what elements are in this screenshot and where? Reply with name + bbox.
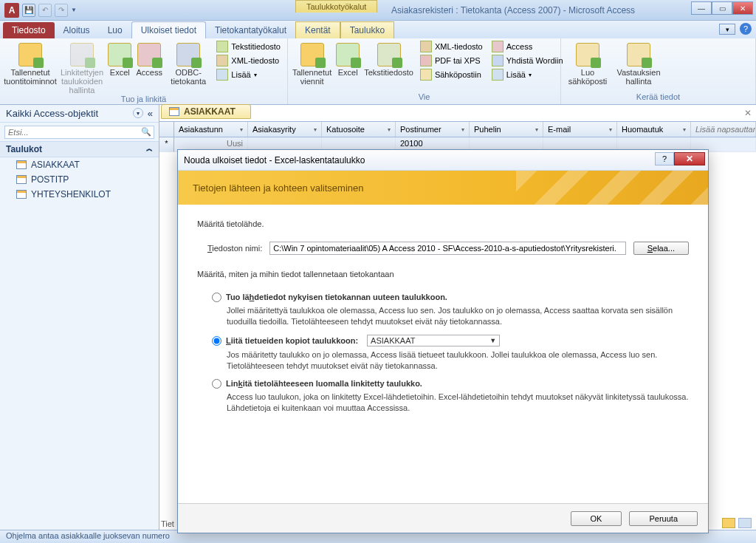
app-title: Asiakasrekisteri : Tietokanta (Access 20… <box>391 0 635 21</box>
chevron-down-icon: ▼ <box>489 337 496 344</box>
radio-append-label: Liitä tietueiden kopiot taulukkoon: <box>226 336 358 345</box>
view-design-icon[interactable] <box>738 518 752 528</box>
qat-dropdown-icon[interactable]: ▼ <box>71 7 77 13</box>
record-nav[interactable]: Tiet <box>161 519 174 528</box>
import-xml-button[interactable]: XML-tiedosto <box>214 54 283 67</box>
export-xml-button[interactable]: XML-tiedosto <box>418 40 485 53</box>
nav-group-tables[interactable]: Taulukot︽ <box>0 141 159 157</box>
import-more-button[interactable]: Lisää ▾ <box>214 68 283 81</box>
col-huomautuk[interactable]: Huomautuk▾ <box>617 122 691 137</box>
nav-table-yhteyshenkilot[interactable]: YHTEYSHENKILOT <box>0 187 159 202</box>
dialog-footer: OK Peruuta <box>178 503 708 533</box>
saved-exports-button[interactable]: Tallennetut viennit <box>292 40 331 86</box>
title-bar: A 💾 ↶ ↷ ▼ Taulukkotyökalut Asiakasrekist… <box>0 0 756 21</box>
export-email-button[interactable]: Sähköpostiin <box>418 68 485 81</box>
dialog-close-button[interactable]: ✕ <box>674 152 705 165</box>
quick-access-toolbar: A 💾 ↶ ↷ ▼ <box>0 3 81 18</box>
export-access-button[interactable]: Access <box>489 40 566 53</box>
object-tab-asiakkaat[interactable]: ASIAKKAAT <box>161 104 251 119</box>
nav-dropdown-icon[interactable]: ▾ <box>133 108 143 118</box>
access-app-icon[interactable]: A <box>4 3 19 18</box>
browse-button[interactable]: Selaa... <box>633 242 689 255</box>
dialog-help-button[interactable]: ? <box>655 152 674 165</box>
tab-home[interactable]: Aloitus <box>55 22 99 38</box>
file-path-input[interactable] <box>269 242 626 255</box>
window-controls: — ▭ ✕ <box>691 1 753 15</box>
specify-source-label: Määritä tietolähde. <box>197 219 689 228</box>
col-katuosoite[interactable]: Katuosoite▾ <box>322 122 396 137</box>
close-button[interactable]: ✕ <box>732 1 753 15</box>
radio-import-new[interactable] <box>212 293 221 302</box>
ribbon-minimize-icon[interactable]: ▾ <box>719 24 735 35</box>
table-icon <box>16 190 27 199</box>
minimize-button[interactable]: — <box>691 1 712 15</box>
col-email[interactable]: E-mail▾ <box>543 122 617 137</box>
help-icon[interactable]: ? <box>740 23 752 35</box>
table-icon <box>16 160 27 169</box>
create-email-button[interactable]: Luo sähköposti <box>566 40 610 86</box>
tab-create[interactable]: Luo <box>99 22 131 38</box>
import-excel-button[interactable]: Excel <box>108 40 131 77</box>
group-export-label: Vie <box>292 92 556 103</box>
tab-external-data[interactable]: Ulkoiset tiedot <box>131 21 206 38</box>
col-asiakastunn[interactable]: Asiakastunn▾ <box>174 122 248 137</box>
append-table-combo[interactable]: ASIAKKAAT▼ <box>367 335 500 346</box>
status-text: Ohjelma antaa asiakkaalle juoksevan nume… <box>6 531 170 542</box>
nav-search-input[interactable] <box>4 126 154 139</box>
close-object-icon[interactable]: ✕ <box>744 108 752 118</box>
save-qat-icon[interactable]: 💾 <box>22 4 35 17</box>
dialog-title-bar: Nouda ulkoiset tiedot - Excel-laskentata… <box>178 150 708 171</box>
opt2-description: Jos määritetty taulukko on jo olemassa, … <box>227 349 689 372</box>
redo-qat-icon[interactable]: ↷ <box>55 4 68 17</box>
saved-imports-button[interactable]: Tallennetut tuontitoiminnot <box>4 40 56 86</box>
opt3-description: Access luo taulukon, joka on linkitetty … <box>227 392 689 414</box>
nav-table-asiakkaat[interactable]: ASIAKKAAT <box>0 157 159 172</box>
col-add-new[interactable]: Lisää napsauttamalla <box>691 122 756 137</box>
radio-append[interactable] <box>212 336 221 346</box>
nav-search: 🔍 <box>4 125 154 139</box>
row-selector[interactable]: * <box>159 137 174 152</box>
table-icon <box>169 107 179 116</box>
navigation-pane: Kaikki Access-objektit ▾« 🔍 Taulukot︽ AS… <box>0 105 159 530</box>
ok-button[interactable]: OK <box>571 511 622 526</box>
col-postinumer[interactable]: Postinumer▾ <box>396 122 470 137</box>
col-puhelin[interactable]: Puhelin▾ <box>470 122 543 137</box>
view-datasheet-icon[interactable] <box>722 518 735 528</box>
tab-db-tools[interactable]: Tietokantatyökalut <box>206 22 295 38</box>
contextual-tab-label: Taulukkotyökalut <box>295 0 377 13</box>
import-access-button[interactable]: Access <box>136 40 162 77</box>
grid-header: Asiakastunn▾ Asiakasyrity▾ Katuosoite▾ P… <box>159 121 756 137</box>
import-text-button[interactable]: Tekstitiedosto <box>214 40 283 53</box>
ribbon: Tallennetut tuontitoiminnot Linkitettyje… <box>0 38 756 105</box>
group-collect-label: Kerää tiedot <box>566 92 751 103</box>
dialog-title: Nouda ulkoiset tiedot - Excel-laskentata… <box>184 155 365 165</box>
cancel-button[interactable]: Peruuta <box>629 511 698 526</box>
dialog-banner: Tietojen lähteen ja kohteen valitseminen <box>178 171 708 205</box>
export-pdf-button[interactable]: PDF tai XPS <box>418 54 485 67</box>
specify-how-label: Määritä, miten ja mihin tiedot tallennet… <box>197 270 689 279</box>
linked-table-manager-button[interactable]: Linkitettyjen taulukoiden hallinta <box>61 40 103 95</box>
manage-replies-button[interactable]: Vastauksien hallinta <box>614 40 663 86</box>
dialog-body: Määritä tietolähde. Tiedoston nimi: Sela… <box>178 205 708 503</box>
ribbon-tabs: Tiedosto Aloitus Luo Ulkoiset tiedot Tie… <box>0 21 756 38</box>
file-name-label: Tiedoston nimi: <box>207 244 262 253</box>
maximize-button[interactable]: ▭ <box>712 1 732 15</box>
tab-fields[interactable]: Kentät <box>295 21 340 38</box>
tab-file[interactable]: Tiedosto <box>3 22 55 38</box>
undo-qat-icon[interactable]: ↶ <box>38 4 52 17</box>
search-icon[interactable]: 🔍 <box>141 127 151 137</box>
nav-header[interactable]: Kaikki Access-objektit ▾« <box>0 105 159 123</box>
col-asiakasyrity[interactable]: Asiakasyrity▾ <box>248 122 322 137</box>
export-word-button[interactable]: Yhdistä Wordiin <box>489 54 566 67</box>
tab-table[interactable]: Taulukko <box>340 21 394 38</box>
nav-table-postitp[interactable]: POSTITP <box>0 172 159 187</box>
import-wizard-dialog: Nouda ulkoiset tiedot - Excel-laskentata… <box>177 149 709 533</box>
radio-link[interactable] <box>212 379 221 389</box>
export-text-button[interactable]: Tekstitiedosto <box>364 40 413 77</box>
import-odbc-button[interactable]: ODBC-tietokanta <box>167 40 210 86</box>
export-excel-button[interactable]: Excel <box>336 40 360 77</box>
export-more-button[interactable]: Lisää ▾ <box>489 68 566 81</box>
row-selector-header[interactable] <box>159 122 174 137</box>
nav-collapse-icon[interactable]: « <box>148 108 153 119</box>
opt1-description: Jollei määritettyä taulukkoa ole olemass… <box>227 305 689 327</box>
